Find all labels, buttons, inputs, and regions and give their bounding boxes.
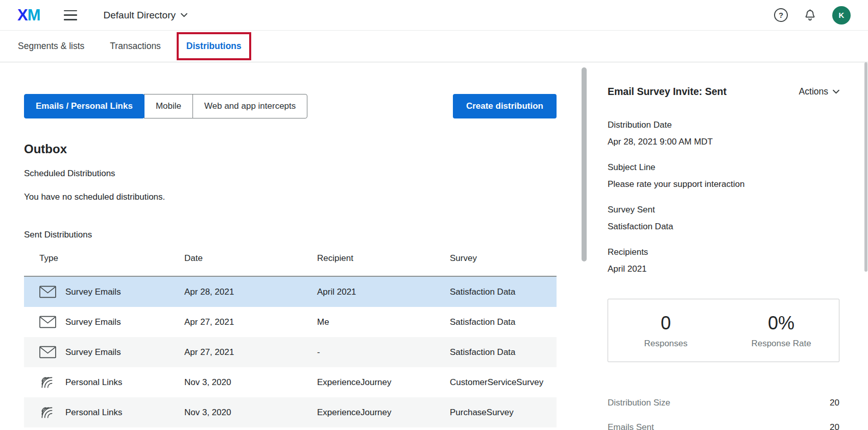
detail-panel-title: Email Survey Invite: Sent xyxy=(608,86,727,98)
row-recipient: Me xyxy=(317,317,450,327)
row-recipient: - xyxy=(317,347,450,357)
channel-tab-emails-personal-links[interactable]: Emails / Personal Links xyxy=(24,94,144,118)
scheduled-distributions-heading: Scheduled Distributions xyxy=(24,169,580,179)
sent-distributions-table: Type Date Recipient Survey Survey Emails… xyxy=(24,246,557,427)
row-recipient: ExperienceJourney xyxy=(317,377,450,388)
channel-switcher: Emails / Personal Links Mobile Web and a… xyxy=(24,94,307,118)
responses-label: Responses xyxy=(608,339,724,349)
response-stats-box: 0 Responses 0% Response Rate xyxy=(608,299,839,362)
field-value: Please rate your support interaction xyxy=(608,179,839,189)
row-date: Nov 3, 2020 xyxy=(184,408,317,418)
chevron-down-icon xyxy=(833,89,839,94)
distributions-main: Emails / Personal Links Mobile Web and a… xyxy=(0,62,580,430)
row-date: Apr 27, 2021 xyxy=(184,317,317,327)
column-header-type: Type xyxy=(39,253,184,264)
actions-label: Actions xyxy=(799,86,828,97)
envelope-icon xyxy=(39,316,57,328)
detail-field: Recipients April 2021 xyxy=(608,247,839,274)
directory-label: Default Directory xyxy=(104,10,176,21)
top-bar: XM Default Directory ? K xyxy=(0,0,868,31)
field-label: Survey Sent xyxy=(608,205,839,215)
xm-logo-m: M xyxy=(28,6,40,24)
outbox-title: Outbox xyxy=(24,142,580,156)
sent-distributions-heading: Sent Distributions xyxy=(24,230,580,240)
table-row[interactable]: Survey Emails Apr 27, 2021 - Satisfactio… xyxy=(24,337,557,367)
annotation-box: Distributions xyxy=(177,32,251,60)
table-row[interactable]: Personal Links Nov 3, 2020 ExperienceJou… xyxy=(24,367,557,397)
main-scrollbar-thumb[interactable] xyxy=(582,67,587,261)
chevron-down-icon xyxy=(181,13,187,17)
detail-field: Survey Sent Satisfaction Data xyxy=(608,205,839,232)
help-button[interactable]: ? xyxy=(774,8,788,22)
tab-segments-lists[interactable]: Segments & lists xyxy=(18,41,84,52)
row-survey: Satisfaction Data xyxy=(450,317,557,327)
envelope-icon xyxy=(39,346,57,359)
row-type: Personal Links xyxy=(65,377,123,388)
help-icon: ? xyxy=(774,8,788,22)
user-avatar[interactable]: K xyxy=(832,6,851,25)
main-scrollbar[interactable] xyxy=(580,62,588,430)
field-label: Recipients xyxy=(608,247,839,257)
field-value: April 2021 xyxy=(608,264,839,274)
response-rate-stat: 0% Response Rate xyxy=(724,313,839,349)
response-rate-value: 0% xyxy=(724,313,839,334)
row-type: Survey Emails xyxy=(65,347,121,357)
detail-field: Subject Line Please rate your support in… xyxy=(608,162,839,189)
metric-value: 20 xyxy=(830,398,839,408)
directory-tabs: Segments & lists Transactions Distributi… xyxy=(0,31,868,62)
row-survey: PurchaseSurvey xyxy=(450,408,557,418)
row-date: Apr 27, 2021 xyxy=(184,347,317,357)
fingerprint-icon xyxy=(39,375,57,390)
row-survey: Satisfaction Data xyxy=(450,287,557,297)
row-type: Survey Emails xyxy=(65,287,121,297)
field-value: Apr 28, 2021 9:00 AM MDT xyxy=(608,137,839,147)
row-date: Nov 3, 2020 xyxy=(184,377,317,388)
tab-distributions[interactable]: Distributions xyxy=(186,41,242,52)
actions-menu-button[interactable]: Actions xyxy=(799,86,839,97)
xm-logo: XM xyxy=(17,6,40,25)
detail-field: Distribution Date Apr 28, 2021 9:00 AM M… xyxy=(608,120,839,147)
field-label: Subject Line xyxy=(608,162,839,173)
distribution-detail-panel: Email Survey Invite: Sent Actions Distri… xyxy=(588,62,864,430)
row-recipient: ExperienceJourney xyxy=(317,408,450,418)
channel-tab-mobile[interactable]: Mobile xyxy=(144,94,193,118)
content-area: Emails / Personal Links Mobile Web and a… xyxy=(0,62,868,430)
metric-row: Distribution Size 20 xyxy=(608,398,839,408)
directory-selector[interactable]: Default Directory xyxy=(104,10,188,21)
row-type: Survey Emails xyxy=(65,317,121,327)
column-header-survey: Survey xyxy=(450,253,557,264)
metric-label: Distribution Size xyxy=(608,398,670,408)
field-label: Distribution Date xyxy=(608,120,839,130)
row-survey: Satisfaction Data xyxy=(450,347,557,357)
fingerprint-icon xyxy=(39,405,57,420)
page-scrollbar[interactable] xyxy=(864,62,868,430)
table-row[interactable]: Survey Emails Apr 27, 2021 Me Satisfacti… xyxy=(24,307,557,337)
field-value: Satisfaction Data xyxy=(608,222,839,232)
scheduled-empty-message: You have no scheduled distributions. xyxy=(24,192,580,202)
page-scrollbar-thumb[interactable] xyxy=(864,62,867,272)
distribution-toolbar: Emails / Personal Links Mobile Web and a… xyxy=(24,94,557,118)
column-header-date: Date xyxy=(184,253,317,264)
envelope-icon xyxy=(39,285,57,298)
responses-count: 0 xyxy=(608,313,724,334)
row-type: Personal Links xyxy=(65,408,123,418)
response-rate-label: Response Rate xyxy=(724,339,839,349)
column-header-recipient: Recipient xyxy=(317,253,450,264)
table-row[interactable]: Survey Emails Apr 28, 2021 April 2021 Sa… xyxy=(24,277,557,307)
metric-value: 20 xyxy=(830,422,839,430)
channel-tab-web-app-intercepts[interactable]: Web and app intercepts xyxy=(192,94,307,118)
metric-label: Emails Sent xyxy=(608,422,654,430)
row-survey: CustomerServiceSurvey xyxy=(450,377,557,388)
metric-row: Emails Sent 20 xyxy=(608,422,839,430)
table-row[interactable]: Personal Links Nov 3, 2020 ExperienceJou… xyxy=(24,397,557,427)
notifications-button[interactable] xyxy=(803,8,817,22)
create-distribution-button[interactable]: Create distribution xyxy=(453,94,557,118)
row-recipient: April 2021 xyxy=(317,287,450,297)
tab-transactions[interactable]: Transactions xyxy=(110,41,161,52)
hamburger-menu-icon[interactable] xyxy=(64,10,77,20)
responses-stat: 0 Responses xyxy=(608,313,724,349)
xm-logo-x: X xyxy=(17,6,28,24)
bell-icon xyxy=(803,8,817,22)
row-date: Apr 28, 2021 xyxy=(184,287,317,297)
table-header-row: Type Date Recipient Survey xyxy=(24,246,557,277)
